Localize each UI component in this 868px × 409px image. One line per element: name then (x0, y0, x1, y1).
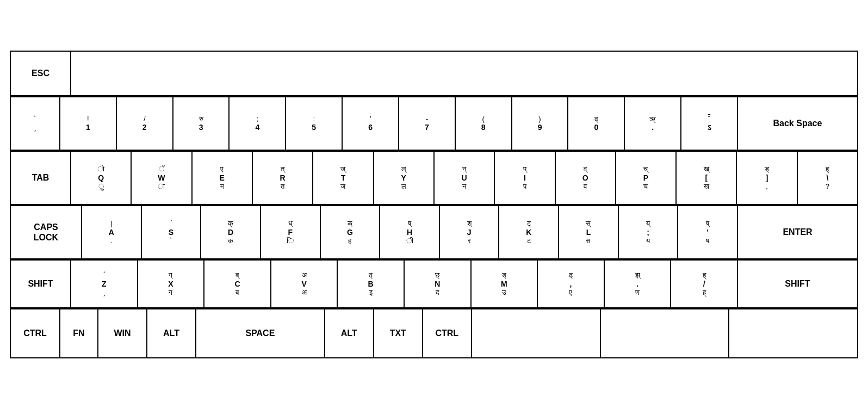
key-z[interactable]: ˊ Z ˏ (71, 261, 138, 307)
key-e[interactable]: ए E म (192, 152, 252, 204)
key-bracket-l[interactable]: ख् [ ख (676, 152, 736, 204)
key-comma[interactable]: ढ् , ए (537, 261, 604, 307)
key-0[interactable]: ढ् 0 (568, 97, 624, 150)
win-label: WIN (114, 328, 131, 338)
key-period[interactable]: झ् . ण (604, 261, 671, 307)
key-3[interactable]: रु 3 (173, 97, 230, 150)
key-x[interactable]: ग् X ग (138, 261, 204, 307)
key-ctrl-left[interactable]: CTRL (11, 309, 60, 357)
key-y[interactable]: ल् Y ल (374, 152, 434, 204)
key-caps-lock[interactable]: CAPS LOCK (11, 206, 82, 258)
key-minus[interactable]: ॠ . (624, 97, 681, 150)
txt-label: TXT (390, 328, 406, 338)
key-b[interactable]: ठ् B इ (337, 261, 404, 307)
alt-left-label: ALT (163, 328, 179, 338)
key-k[interactable]: ट् K ट (499, 206, 559, 258)
bottom-row: CTRL FN WIN ALT SPACE ALT TXT CTRL (11, 308, 857, 357)
key-win[interactable]: WIN (98, 309, 147, 357)
key-8[interactable]: ( 8 (455, 97, 512, 150)
ctrl-right-label: CTRL (435, 328, 458, 338)
space-label: SPACE (245, 328, 275, 338)
key-empty-1 (472, 309, 600, 357)
key-a[interactable]: | A . (82, 206, 141, 258)
key-empty-3 (729, 309, 857, 357)
key-o[interactable]: व् O व (555, 152, 616, 204)
tab-label: TAB (32, 172, 49, 183)
key-esc[interactable]: ESC (11, 52, 71, 95)
key-backslash[interactable]: ह् \ ? (797, 152, 857, 204)
key-alt-left[interactable]: ALT (147, 309, 196, 357)
key-backtick[interactable]: ˋ ˏ (11, 97, 60, 150)
esc-label: ESC (32, 68, 49, 78)
key-j[interactable]: श् J र (439, 206, 499, 258)
key-txt[interactable]: TXT (374, 309, 423, 357)
key-slash[interactable]: ह् / ह् (671, 261, 737, 307)
ctrl-left-label: CTRL (23, 328, 47, 338)
key-h[interactable]: ष् H ी (380, 206, 439, 258)
key-i[interactable]: प् I प (494, 152, 555, 204)
key-c[interactable]: ब् C ब (204, 261, 271, 307)
zxcv-row: SHIFT ˊ Z ˏ ग् X ग ब् C ब अ V अ ठ् B इ छ… (11, 259, 857, 308)
caps-label: CAPS LOCK (34, 222, 58, 243)
key-7[interactable]: - 7 (399, 97, 455, 150)
key-9[interactable]: ) 9 (512, 97, 568, 150)
alt-right-label: ALT (341, 328, 357, 338)
number-row: ˋ ˏ ! 1 / 2 रु 3 ; 4 : 5 ʼ 6 - 7 (11, 96, 857, 151)
key-m[interactable]: ड् M उ (471, 261, 538, 307)
key-u[interactable]: न् U न (434, 152, 494, 204)
key-alt-right[interactable]: ALT (325, 309, 374, 357)
key-p[interactable]: च् P च (616, 152, 676, 204)
key-v[interactable]: अ V अ (271, 261, 338, 307)
key-shift-left[interactable]: SHIFT (11, 261, 71, 307)
qwerty-row: TAB ो Q ु ॅ W ा ए E म त् R त ज् T ज ल् (11, 151, 857, 205)
key-1[interactable]: ! 1 (60, 97, 116, 150)
fn-label: FN (73, 328, 84, 338)
key-semicolon[interactable]: य् ; य (618, 206, 678, 258)
key-q[interactable]: ो Q ु (71, 152, 131, 204)
key-2[interactable]: / 2 (116, 97, 173, 150)
key-5[interactable]: : 5 (286, 97, 342, 150)
asdf-row: CAPS LOCK | A . ˊ S ˋ क् D क ध् F ि ळ् G… (11, 205, 857, 259)
key-l[interactable]: स् L स (559, 206, 618, 258)
key-space[interactable]: SPACE (196, 309, 325, 357)
key-bracket-r[interactable]: ड् ] , (736, 152, 797, 204)
shift-left-label: SHIFT (28, 278, 53, 289)
key-n[interactable]: छ् N द (404, 261, 471, 307)
key-r[interactable]: त् R त (252, 152, 313, 204)
esc-row: ESC (11, 52, 857, 96)
enter-label: ENTER (783, 227, 812, 237)
key-quote[interactable]: ष् ' ष (678, 206, 737, 258)
shift-right-label: SHIFT (785, 278, 810, 289)
key-ctrl-right[interactable]: CTRL (423, 309, 472, 357)
key-s[interactable]: ˊ S ˋ (141, 206, 201, 258)
key-equals[interactable]: ˉ ऽ (681, 97, 737, 150)
key-fn[interactable]: FN (60, 309, 98, 357)
key-enter[interactable]: ENTER (737, 206, 857, 258)
backspace-label: Back Space (773, 118, 822, 128)
key-w[interactable]: ॅ W ा (131, 152, 191, 204)
key-tab[interactable]: TAB (11, 152, 71, 204)
key-empty-top (71, 52, 857, 95)
key-t[interactable]: ज् T ज (313, 152, 373, 204)
key-g[interactable]: ळ् G ह (320, 206, 380, 258)
key-4[interactable]: ; 4 (229, 97, 286, 150)
keyboard-layout: ESC ˋ ˏ ! 1 / 2 रु 3 ; 4 : 5 ʼ (10, 51, 858, 358)
key-d[interactable]: क् D क (201, 206, 261, 258)
key-backspace[interactable]: Back Space (737, 97, 857, 150)
key-shift-right[interactable]: SHIFT (737, 261, 857, 307)
key-empty-2 (600, 309, 729, 357)
key-6[interactable]: ʼ 6 (342, 97, 399, 150)
key-f[interactable]: ध् F ि (261, 206, 320, 258)
